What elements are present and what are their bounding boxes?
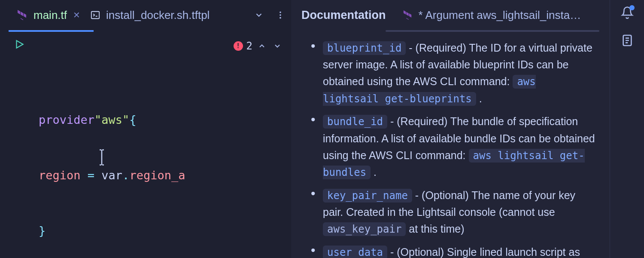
- doc-item: key_pair_name - (Optional) The name of y…: [311, 187, 598, 238]
- tab-main-tf[interactable]: main.tf ✕: [12, 0, 85, 30]
- notification-dot: [629, 5, 635, 10]
- notifications-icon[interactable]: [621, 6, 634, 19]
- chevron-up-icon[interactable]: [256, 42, 268, 50]
- terminal-icon: [91, 10, 100, 20]
- svg-point-3: [279, 17, 281, 19]
- error-icon: !: [234, 41, 243, 51]
- doc-separator: [386, 30, 599, 32]
- doc-item: blueprint_id - (Required) The ID for a v…: [311, 40, 598, 107]
- tab-label: install_docker.sh.tftpl: [106, 9, 210, 22]
- documentation-tool-icon[interactable]: [620, 34, 634, 47]
- more-icon[interactable]: [270, 10, 291, 20]
- doc-header: Documentation * Argument aws_lightsail_i…: [291, 0, 610, 30]
- terraform-icon: [403, 10, 413, 20]
- tab-install-docker[interactable]: install_docker.sh.tftpl: [85, 0, 215, 30]
- run-icon[interactable]: [14, 39, 25, 50]
- doc-item: bundle_id - (Required) The bundle of spe…: [311, 113, 598, 181]
- text-cursor-icon: [96, 149, 108, 166]
- close-icon[interactable]: ✕: [73, 10, 80, 20]
- error-indicator[interactable]: ! 2: [234, 38, 283, 54]
- code-editor[interactable]: ! 2 provider "aws" { region = var.region…: [39, 32, 291, 258]
- svg-point-2: [279, 14, 281, 16]
- editor-tab-bar: main.tf ✕ install_docker.sh.tftpl: [0, 0, 291, 30]
- editor-gutter: [0, 32, 39, 258]
- doc-item: user_data - (Optional) Single lined laun…: [311, 244, 598, 258]
- chevron-down-icon[interactable]: [248, 10, 270, 20]
- terraform-icon: [17, 10, 27, 20]
- doc-title: Documentation: [301, 9, 386, 22]
- chevron-down-icon[interactable]: [271, 42, 283, 50]
- tab-label: main.tf: [33, 9, 67, 22]
- error-count: 2: [246, 38, 252, 54]
- doc-body[interactable]: blueprint_id - (Required) The ID for a v…: [291, 40, 610, 258]
- right-rail: [610, 0, 644, 258]
- doc-breadcrumb[interactable]: * Argument aws_lightsail_insta…: [403, 9, 581, 22]
- svg-rect-0: [91, 12, 99, 19]
- svg-point-1: [279, 12, 281, 13]
